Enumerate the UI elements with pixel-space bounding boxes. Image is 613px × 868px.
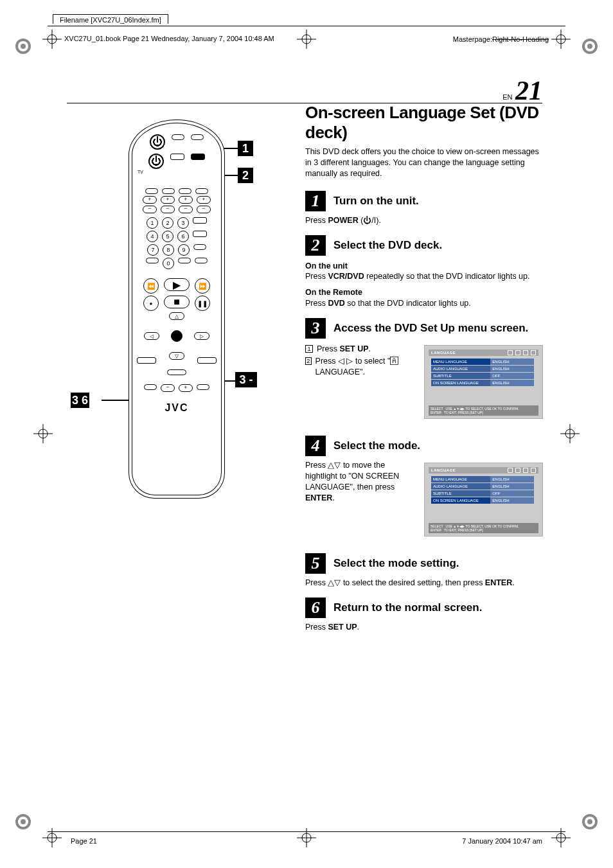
button	[195, 188, 208, 194]
direction-pad: △ ▽ ◁ ▷	[148, 314, 206, 359]
step-2-body: On the unit Press VCR/DVD repeatedly so …	[305, 261, 543, 310]
osd-footer: TO EXIT, PRESS [SET UP]	[444, 528, 483, 532]
callout-1: 1	[238, 141, 253, 156]
plus-button	[179, 384, 193, 392]
crop-cross	[297, 30, 316, 49]
osd-cell: MENU LANGUAGE	[431, 359, 490, 365]
header-divider	[48, 26, 565, 26]
masterpage-prefix: Masterpage:	[453, 35, 492, 43]
step-heading: Select the DVD deck.	[333, 239, 442, 252]
masterpage-label: Masterpage:Right-No-Heading	[453, 35, 549, 43]
svg-point-5	[587, 44, 592, 49]
step-number: 4	[305, 436, 326, 456]
enter-button	[171, 330, 182, 342]
step-3-header: 3 Access the DVD Set Up menu screen.	[305, 318, 543, 339]
text: so that the DVD indicator lights up.	[345, 299, 471, 308]
left-arrow-icon: ◁	[144, 332, 159, 340]
button	[162, 188, 175, 194]
button	[193, 217, 207, 224]
header-book-info: XVC27U_01.book Page 21 Wednesday, Januar…	[64, 35, 274, 42]
step-heading: Access the DVD Set Up menu screen.	[333, 322, 528, 335]
stop-icon: ■	[164, 296, 190, 308]
button	[197, 384, 209, 390]
button	[191, 134, 204, 140]
step-6-body: Press SET UP.	[305, 622, 543, 633]
osd-footer: ENTER	[431, 528, 441, 532]
substep-2: 2	[305, 357, 312, 365]
callout-3: 3	[72, 394, 78, 407]
step-number: 5	[305, 553, 326, 574]
registration-mark	[581, 37, 599, 55]
footer-timestamp: 7 January 2004 10:47 am	[462, 837, 542, 845]
osd-cell: ENGLISH	[490, 380, 534, 386]
osd-icon	[508, 468, 513, 473]
osd-footer: ENTER	[431, 411, 441, 414]
crop-cross	[42, 30, 62, 49]
language-label: LANGUAGE	[315, 368, 360, 376]
substep-1: 1	[305, 345, 313, 353]
digit-4: 4	[147, 231, 158, 242]
setup-label: SET UP	[328, 623, 357, 632]
dvd-button	[191, 154, 205, 160]
intro-paragraph: This DVD deck offers you the choice to v…	[305, 146, 543, 179]
step-6-header: 6 Return to the normal screen.	[305, 598, 543, 618]
button	[170, 154, 184, 160]
tv-label: TV	[138, 170, 143, 174]
step-heading: Turn on the unit.	[333, 195, 419, 208]
button	[195, 258, 208, 263]
step-number: 1	[305, 191, 326, 211]
setup-label: SET UP	[339, 344, 368, 353]
digit-2: 2	[162, 217, 173, 229]
text: Press	[305, 299, 328, 308]
osd-screenshot-2: LANGUAGE MENU LANGUAGEENGLISH AUDIO LANG…	[424, 463, 543, 536]
svg-point-2	[21, 44, 26, 49]
text: repeatedly so that the DVD indicator lig…	[364, 272, 530, 281]
osd-icon	[508, 350, 513, 355]
osd-icon	[515, 350, 520, 355]
minus-button	[161, 206, 175, 213]
tv-power-icon: ⏻	[148, 154, 164, 169]
registration-mark	[14, 37, 32, 55]
minus-button	[197, 206, 211, 213]
svg-point-11	[587, 819, 592, 824]
power-button-icon: ⏻	[150, 134, 165, 150]
button	[172, 134, 184, 140]
osd-tab: LANGUAGE	[431, 468, 456, 473]
pause-icon: ❚❚	[195, 296, 210, 311]
remote-control: ⏻ ⏻ TV 123 456 789 0	[129, 120, 225, 499]
step-4-header: 4 Select the mode.	[305, 436, 543, 456]
callout-6: 6	[82, 394, 88, 407]
page-number-block: EN 21	[502, 77, 542, 104]
registration-mark	[14, 813, 32, 831]
digit-7: 7	[147, 244, 159, 256]
osd-cell: AUDIO LANGUAGE	[431, 483, 490, 490]
next-track-icon	[197, 357, 217, 364]
osd-cell: MENU LANGUAGE	[431, 476, 490, 483]
digit-3: 3	[177, 217, 189, 229]
text: Press △▽ to select the desired setting, …	[305, 578, 485, 587]
osd-cell: AUDIO LANGUAGE	[431, 366, 490, 372]
step-number: 6	[305, 598, 326, 618]
rewind-icon: ⏪	[143, 278, 159, 294]
ff-icon: ⏩	[195, 278, 210, 294]
footer-page-number: Page 21	[71, 837, 97, 845]
osd-cell: SUBTITLE	[431, 490, 490, 497]
minus-button	[143, 206, 157, 213]
crop-cross	[560, 424, 580, 443]
enter-label: ENTER	[485, 578, 512, 587]
masterpage-value: Right-No-Heading	[492, 35, 549, 43]
step-3-body: 1Press SET UP. 2Press ◁ ▷ to select "🄰 L…	[305, 342, 543, 427]
play-icon: ▶	[164, 278, 190, 291]
jvc-logo: JVC	[132, 402, 221, 414]
osd-tab: LANGUAGE	[431, 350, 456, 355]
plus-button	[161, 196, 175, 204]
osd-cell: ENGLISH	[490, 497, 534, 504]
osd-cell: ENGLISH	[490, 476, 534, 483]
right-arrow-icon: ▷	[194, 332, 209, 340]
callout-3-6: 3 6	[71, 393, 89, 408]
callout-2: 2	[238, 168, 253, 183]
button	[145, 188, 158, 194]
lang-en-label: EN	[502, 93, 512, 101]
digit-8: 8	[163, 244, 174, 256]
plus-button	[143, 196, 157, 204]
